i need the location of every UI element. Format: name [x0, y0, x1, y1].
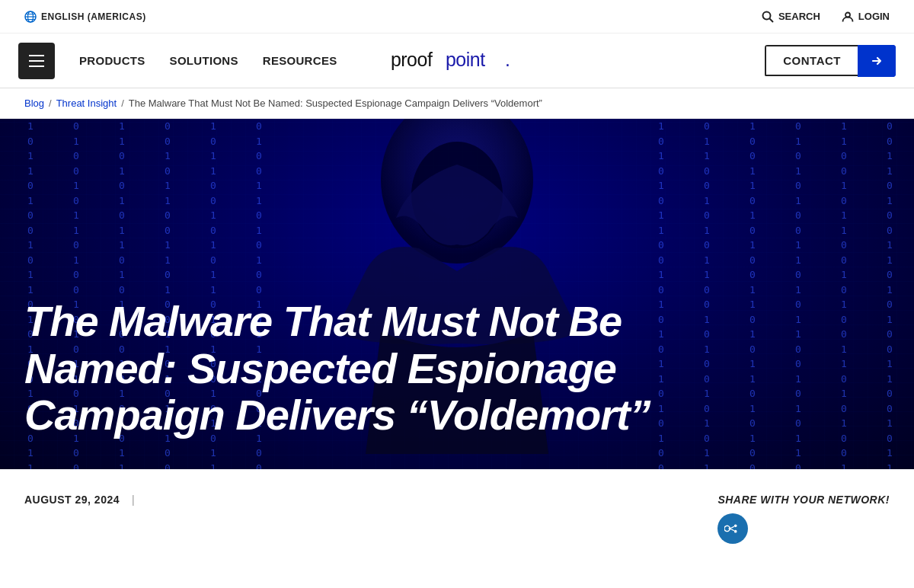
breadcrumb-sep-1: /	[49, 97, 52, 109]
language-label: ENGLISH (AMERICAS)	[41, 11, 146, 22]
top-bar: ENGLISH (AMERICAS) SEARCH LOGIN	[0, 0, 914, 34]
share-section: SHARE WITH YOUR NETWORK!	[717, 494, 890, 544]
hamburger-line-3	[29, 66, 44, 67]
hamburger-line-1	[29, 55, 44, 56]
navbar: PRODUCTS SOLUTIONS RESOURCES proof point…	[0, 34, 914, 88]
breadcrumb-threat-insight[interactable]: Threat Insight	[56, 97, 117, 109]
hero-section: 1 0 1 1 0 1 0 0 1 0 1 1 0 1 0 1 0 0 1 0 …	[0, 119, 914, 469]
hero-content: The Malware That Must Not Be Named: Susp…	[24, 298, 890, 439]
svg-point-5	[762, 11, 770, 19]
top-bar-actions: SEARCH LOGIN	[762, 11, 890, 23]
breadcrumb-current-page: The Malware That Must Not Be Named: Susp…	[129, 97, 542, 109]
menu-toggle-button[interactable]	[18, 43, 55, 79]
nav-products[interactable]: PRODUCTS	[79, 54, 145, 67]
search-link[interactable]: SEARCH	[762, 11, 820, 23]
login-label: LOGIN	[858, 11, 890, 22]
svg-point-14	[734, 525, 737, 528]
hero-title: The Malware That Must Not Be Named: Susp…	[24, 298, 710, 439]
svg-point-13	[725, 521, 740, 536]
login-link[interactable]: LOGIN	[842, 11, 890, 23]
logo[interactable]: proof point .	[389, 47, 525, 75]
hamburger-line-2	[29, 60, 44, 62]
share-network-button[interactable]	[717, 513, 748, 544]
below-hero: AUGUST 29, 2024 | SHARE WITH YOUR NETWOR…	[0, 469, 914, 544]
svg-text:proof: proof	[391, 48, 433, 69]
svg-text:.: .	[505, 48, 510, 69]
svg-point-15	[734, 530, 737, 533]
contact-arrow-icon	[858, 45, 896, 77]
share-network-icon	[724, 520, 741, 537]
contact-button[interactable]: CONTACT	[765, 45, 896, 77]
nav-solutions[interactable]: SOLUTIONS	[170, 54, 238, 67]
breadcrumb-sep-2: /	[121, 97, 124, 109]
meta-separator: |	[132, 494, 135, 506]
article-meta: AUGUST 29, 2024 |	[24, 494, 135, 506]
search-icon	[762, 11, 774, 23]
svg-text:point: point	[446, 48, 485, 69]
nav-links: PRODUCTS SOLUTIONS RESOURCES	[79, 54, 337, 67]
globe-icon	[24, 11, 37, 23]
proofpoint-logo-svg: proof point .	[389, 47, 525, 72]
share-label: SHARE WITH YOUR NETWORK!	[717, 494, 890, 506]
navbar-left: PRODUCTS SOLUTIONS RESOURCES	[18, 43, 337, 79]
contact-label: CONTACT	[765, 45, 858, 76]
user-icon	[842, 11, 854, 23]
arrow-right-icon	[870, 54, 884, 68]
article-date: AUGUST 29, 2024	[24, 494, 120, 506]
svg-point-16	[729, 527, 732, 530]
nav-resources[interactable]: RESOURCES	[263, 54, 337, 67]
breadcrumb: Blog / Threat Insight / The Malware That…	[0, 88, 914, 119]
search-label: SEARCH	[778, 11, 820, 22]
breadcrumb-blog[interactable]: Blog	[24, 97, 44, 109]
svg-line-6	[769, 18, 773, 22]
language-selector[interactable]: ENGLISH (AMERICAS)	[24, 11, 146, 23]
